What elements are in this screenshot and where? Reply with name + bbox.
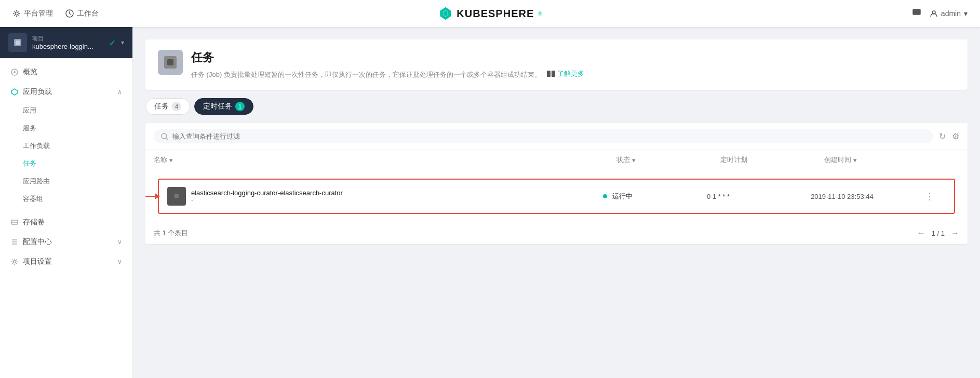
workbench-icon (65, 9, 74, 18)
sidebar-item-task[interactable]: 任务 (23, 155, 132, 172)
svg-point-11 (14, 71, 16, 73)
storage-icon (10, 218, 19, 226)
sidebar-item-app-workload[interactable]: 应用负载 ∧ (0, 82, 132, 102)
sidebar-item-container-group[interactable]: 容器组 (23, 190, 132, 208)
settings-expand-icon: ∨ (117, 258, 122, 265)
platform-management[interactable]: 平台管理 (12, 9, 53, 18)
logo-icon (438, 6, 452, 21)
expand-icon: ∧ (117, 88, 122, 96)
search-bar: ↻ ⚙ (145, 123, 968, 150)
sidebar: 项目 kubesphere-loggin... ✓ ▾ 概览 应用负载 ∧ (0, 27, 133, 378)
page-header-content: 任务 任务 (Job) 负责批量处理短暂的一次性任务，即仅执行一次的任务，它保证… (191, 50, 955, 79)
search-input-wrap (154, 129, 933, 143)
tabs-row: 任务 4 定时任务 1 (145, 98, 968, 115)
divider (0, 210, 132, 210)
settings-icon[interactable]: ⚙ (952, 131, 959, 141)
notifications-icon[interactable] (912, 8, 921, 19)
row-arrow (145, 193, 160, 199)
learn-more-link[interactable]: 了解更多 (557, 69, 584, 79)
top-nav-right: admin ▾ (912, 8, 968, 19)
logo: KUBESPHERE ® (438, 6, 542, 21)
col-schedule: 定时计划 (720, 155, 824, 165)
logo-text: KUBESPHERE (457, 8, 534, 20)
col-name[interactable]: 名称 ▾ (154, 155, 616, 165)
search-input[interactable] (172, 132, 925, 140)
page-title: 任务 (191, 50, 955, 65)
svg-rect-18 (167, 59, 173, 65)
table-body: elasticsearch-logging-curator-elasticsea… (145, 170, 968, 222)
prev-page-button[interactable]: ← (917, 228, 925, 238)
cron-badge: 1 (235, 102, 245, 111)
cell-schedule: 0 1 * * * (707, 193, 811, 200)
svg-rect-9 (16, 40, 20, 45)
project-check-icon: ✓ (109, 38, 116, 48)
svg-point-21 (162, 133, 167, 139)
col-create-time[interactable]: 创建时间 ▾ (824, 155, 938, 165)
project-info: 项目 kubesphere-loggin... (32, 35, 104, 50)
svg-rect-5 (913, 9, 920, 15)
sidebar-item-app-route[interactable]: 应用路由 (23, 172, 132, 190)
sidebar-item-storage[interactable]: 存储卷 (0, 212, 132, 232)
more-actions-button[interactable]: ⋮ (925, 191, 946, 202)
tab-cron-task[interactable]: 定时任务 1 (194, 98, 253, 115)
cell-name: elasticsearch-logging-curator-elasticsea… (167, 187, 603, 206)
svg-marker-12 (11, 89, 18, 95)
status-dot (603, 194, 607, 198)
cell-create-time: 2019-11-10 23:53:44 (811, 193, 925, 200)
sidebar-item-workload[interactable]: 工作负载 (23, 137, 132, 155)
page-description: 任务 (Job) 负责批量处理短暂的一次性任务，即仅执行一次的任务，它保证批处理… (191, 69, 955, 79)
main-content: 任务 任务 (Job) 负责批量处理短暂的一次性任务，即仅执行一次的任务，它保证… (133, 27, 980, 378)
page-header: 任务 任务 (Job) 负责批量处理短暂的一次性任务，即仅执行一次的任务，它保证… (145, 39, 968, 90)
table-row[interactable]: elasticsearch-logging-curator-elasticsea… (158, 179, 955, 214)
config-expand-icon: ∨ (117, 238, 122, 246)
tab-task[interactable]: 任务 4 (145, 98, 190, 115)
page-number: 1 / 1 (932, 230, 945, 237)
project-icon (8, 33, 27, 52)
dropdown-arrow: ▾ (964, 9, 968, 18)
admin-menu[interactable]: admin ▾ (930, 9, 968, 18)
page-header-icon (158, 50, 183, 75)
table-header: 名称 ▾ 状态 ▾ 定时计划 创建时间 ▾ (145, 150, 968, 170)
app-workload-icon (10, 88, 19, 96)
content-card: ↻ ⚙ 名称 ▾ 状态 ▾ 定时计划 创建时间 ▾ (145, 123, 968, 244)
task-badge: 4 (172, 102, 181, 111)
sidebar-item-service[interactable]: 服务 (23, 119, 132, 137)
svg-rect-19 (547, 71, 551, 77)
table-footer: 共 1 个条目 ← 1 / 1 → (145, 222, 968, 244)
svg-rect-24 (174, 194, 179, 198)
svg-line-22 (166, 138, 168, 140)
sidebar-nav: 概览 应用负载 ∧ 应用 服务 工作负载 任 (0, 58, 132, 276)
settings-icon (10, 258, 19, 266)
search-icon (161, 133, 168, 140)
sidebar-item-app[interactable]: 应用 (23, 102, 132, 119)
refresh-icon[interactable]: ↻ (939, 131, 946, 141)
overview-icon (10, 68, 19, 76)
cell-status: 运行中 (603, 192, 707, 201)
search-actions: ↻ ⚙ (939, 131, 959, 141)
item-icon (167, 187, 186, 206)
project-expand-icon: ▾ (121, 39, 124, 46)
gear-icon (12, 9, 21, 18)
top-nav-left: 平台管理 工作台 (12, 9, 99, 18)
workbench[interactable]: 工作台 (65, 9, 99, 18)
svg-point-15 (14, 261, 16, 263)
total-count: 共 1 个条目 (154, 228, 188, 238)
sidebar-sub-app-workload: 应用 服务 工作负载 任务 应用路由 容器组 (0, 102, 132, 208)
sidebar-item-config-center[interactable]: 配置中心 ∨ (0, 232, 132, 252)
sidebar-item-project-settings[interactable]: 项目设置 ∨ (0, 252, 132, 272)
svg-point-0 (15, 12, 18, 15)
sidebar-item-overview[interactable]: 概览 (0, 62, 132, 82)
svg-rect-20 (552, 71, 555, 77)
col-status[interactable]: 状态 ▾ (616, 155, 720, 165)
next-page-button[interactable]: → (951, 228, 959, 238)
config-icon (10, 238, 19, 246)
project-header[interactable]: 项目 kubesphere-loggin... ✓ ▾ (0, 27, 132, 58)
user-icon (930, 9, 938, 18)
top-nav: 平台管理 工作台 KUBESPHERE ® (0, 0, 980, 27)
layout: 项目 kubesphere-loggin... ✓ ▾ 概览 应用负载 ∧ (0, 27, 980, 378)
pagination: ← 1 / 1 → (917, 228, 959, 238)
